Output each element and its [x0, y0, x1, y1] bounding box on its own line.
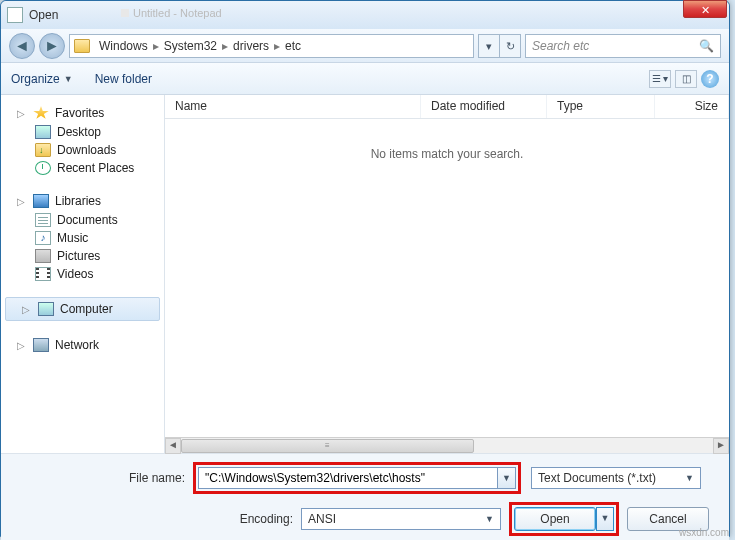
refresh-button[interactable]: ↻: [499, 34, 521, 58]
column-date[interactable]: Date modified: [421, 95, 547, 118]
sidebar-item-computer[interactable]: ▷Computer: [5, 297, 160, 321]
filename-highlight: ▼: [193, 462, 521, 494]
organize-button[interactable]: Organize▼: [11, 72, 73, 86]
horizontal-scrollbar[interactable]: ◄ ≡ ►: [165, 437, 729, 453]
new-folder-button[interactable]: New folder: [95, 72, 152, 86]
recent-icon: [35, 161, 51, 175]
filename-input[interactable]: [198, 467, 498, 489]
watermark: wsxdn.com: [679, 527, 729, 538]
forward-button[interactable]: ►: [39, 33, 65, 59]
computer-icon: [38, 302, 54, 316]
open-button[interactable]: Open: [514, 507, 596, 531]
sidebar-item-downloads[interactable]: Downloads: [1, 141, 164, 159]
column-size[interactable]: Size: [655, 95, 729, 118]
bottom-panel: File name: ▼ Text Documents (*.txt)▼ Enc…: [1, 453, 729, 540]
libraries-group[interactable]: ▷Libraries: [1, 191, 164, 211]
open-button-highlight: Open ▼: [509, 502, 619, 536]
background-window-title: Untitled - Notepad: [121, 7, 222, 19]
search-placeholder: Search etc: [532, 39, 589, 53]
sidebar-item-documents[interactable]: Documents: [1, 211, 164, 229]
file-list[interactable]: Name Date modified Type Size No items ma…: [165, 95, 729, 453]
breadcrumb-seg[interactable]: drivers: [230, 39, 272, 53]
title-bar[interactable]: Open Untitled - Notepad ✕: [1, 1, 729, 29]
encoding-select[interactable]: ANSI▼: [301, 508, 501, 530]
window-title: Open: [29, 8, 58, 22]
documents-icon: [35, 213, 51, 227]
sidebar-item-videos[interactable]: Videos: [1, 265, 164, 283]
back-button[interactable]: ◄: [9, 33, 35, 59]
preview-pane-button[interactable]: ◫: [675, 70, 697, 88]
sidebar-item-music[interactable]: ♪Music: [1, 229, 164, 247]
encoding-label: Encoding:: [17, 512, 293, 526]
column-headers: Name Date modified Type Size: [165, 95, 729, 119]
music-icon: ♪: [35, 231, 51, 245]
network-icon: [33, 338, 49, 352]
toolbar: Organize▼ New folder ☰ ▾ ◫ ?: [1, 63, 729, 95]
sidebar-item-recent[interactable]: Recent Places: [1, 159, 164, 177]
open-split-button[interactable]: ▼: [596, 507, 614, 531]
column-type[interactable]: Type: [547, 95, 655, 118]
empty-message: No items match your search.: [165, 147, 729, 161]
search-icon: 🔍: [699, 39, 714, 53]
sidebar-item-pictures[interactable]: Pictures: [1, 247, 164, 265]
navigation-pane: ▷Favorites Desktop Downloads Recent Plac…: [1, 95, 165, 453]
view-options-button[interactable]: ☰ ▾: [649, 70, 671, 88]
favorites-group[interactable]: ▷Favorites: [1, 103, 164, 123]
filename-dropdown-button[interactable]: ▼: [498, 467, 516, 489]
path-dropdown-button[interactable]: ▾: [478, 34, 500, 58]
folder-icon: [74, 39, 90, 53]
breadcrumb[interactable]: Windows▸ System32▸ drivers▸ etc: [69, 34, 474, 58]
column-name[interactable]: Name: [165, 95, 421, 118]
open-dialog-window: Open Untitled - Notepad ✕ ◄ ► Windows▸ S…: [0, 0, 730, 537]
breadcrumb-seg[interactable]: Windows: [96, 39, 151, 53]
desktop-icon: [35, 125, 51, 139]
star-icon: [33, 106, 49, 120]
filename-label: File name:: [17, 471, 185, 485]
scroll-left-button[interactable]: ◄: [165, 438, 181, 454]
breadcrumb-seg[interactable]: System32: [161, 39, 220, 53]
file-type-filter[interactable]: Text Documents (*.txt)▼: [531, 467, 701, 489]
scroll-thumb[interactable]: ≡: [181, 439, 474, 453]
app-icon: [7, 7, 23, 23]
close-button[interactable]: ✕: [683, 0, 727, 18]
sidebar-item-network[interactable]: ▷Network: [1, 335, 164, 355]
sidebar-item-desktop[interactable]: Desktop: [1, 123, 164, 141]
help-button[interactable]: ?: [701, 70, 719, 88]
videos-icon: [35, 267, 51, 281]
libraries-icon: [33, 194, 49, 208]
scroll-right-button[interactable]: ►: [713, 438, 729, 454]
breadcrumb-seg[interactable]: etc: [282, 39, 304, 53]
scroll-track[interactable]: ≡: [181, 438, 713, 454]
downloads-icon: [35, 143, 51, 157]
address-bar: ◄ ► Windows▸ System32▸ drivers▸ etc ▾ ↻ …: [1, 29, 729, 63]
search-input[interactable]: Search etc 🔍: [525, 34, 721, 58]
pictures-icon: [35, 249, 51, 263]
